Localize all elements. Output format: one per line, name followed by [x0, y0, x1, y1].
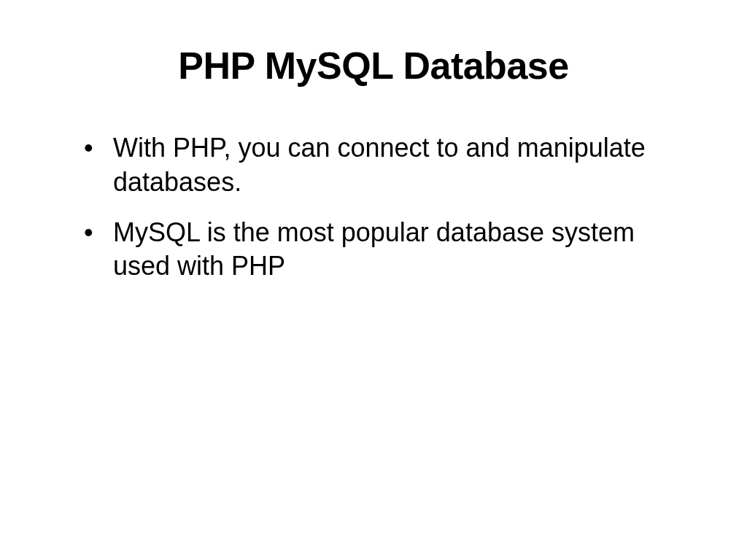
bullet-list: With PHP, you can connect to and manipul… [84, 131, 696, 284]
bullet-item: MySQL is the most popular database syste… [84, 216, 696, 284]
slide-title: PHP MySQL Database [51, 44, 696, 88]
slide-content: With PHP, you can connect to and manipul… [51, 131, 696, 284]
slide-container: PHP MySQL Database With PHP, you can con… [0, 0, 747, 560]
bullet-item: With PHP, you can connect to and manipul… [84, 131, 696, 200]
